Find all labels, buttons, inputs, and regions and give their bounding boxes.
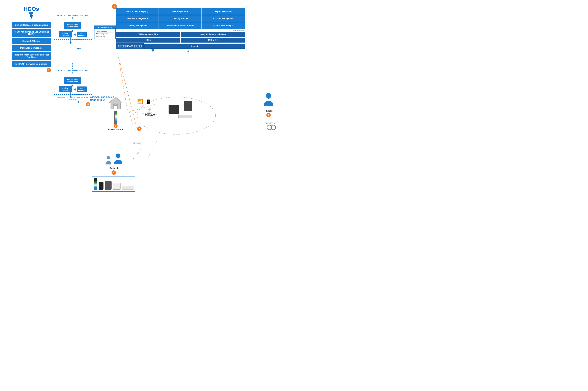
svg-point-25	[107, 156, 110, 159]
svg-marker-19	[109, 97, 122, 109]
svg-rect-21	[116, 103, 118, 106]
hdo-item-3: Hospitals/ Clinics	[12, 38, 51, 44]
patient-bottom-badge: 5	[111, 170, 116, 175]
hdo-section: HDOs ▼ Clinical Research Organizations H…	[12, 6, 51, 72]
org1-doc-row: Patient Records ◀ API Endpoint	[59, 31, 87, 37]
orgn-content: Patient Case Management Patient Records …	[56, 77, 89, 92]
api-mgmt-key: Key Management	[96, 30, 114, 33]
continua-logo	[266, 124, 276, 130]
orgn-pcm: Patient Case Management	[64, 77, 81, 84]
api-mgmt-ssl: SSL Security	[96, 35, 114, 38]
arrow-left-icon-n: ◀	[74, 88, 76, 91]
zwave-area: Z-WAVE*	[145, 114, 157, 117]
dbase-label: DBASE	[126, 45, 133, 47]
module-system-health: System Health & QOS	[202, 22, 245, 29]
device-1	[94, 178, 97, 190]
module-healthkit: HealthKit Management	[116, 15, 159, 22]
ch-mgmt-apis: CH Management APIs	[116, 32, 180, 37]
dbase-cell: ⬚⬚⬚ DBASE ⬚⬚⬚	[116, 43, 144, 49]
hdo-item-5: Independent Diagnostics and Test Facilit…	[12, 52, 51, 60]
house-icon	[108, 96, 123, 110]
bluetooth-icon: 📱	[146, 99, 151, 104]
hdo-item-1: Clinical Research Organizations	[12, 22, 51, 28]
svg-line-16	[129, 104, 157, 112]
jsr-label: JSR 286 Portlets	[116, 30, 245, 31]
patient-avatar	[263, 92, 274, 108]
arrow-left-icon: ◀	[74, 33, 76, 36]
device-2	[99, 182, 103, 190]
orgn-patient-records: Patient Records	[59, 86, 72, 92]
orgn-title: HEALTH DATA ORGANIZATION N	[56, 69, 89, 75]
patients-home: 2 Patient's Home	[108, 96, 123, 131]
device-5	[122, 186, 133, 190]
orgn-api-endpoint: API Endpoint	[77, 87, 87, 92]
api-management-box: API MANAGEMENT Key Management API Manage…	[94, 25, 116, 39]
hdo-org-1: HEALTH DATA ORGANIZATION 1 Patient Case …	[53, 12, 92, 40]
home-label: Patient's Home	[108, 128, 123, 131]
svg-point-22	[266, 93, 271, 98]
hibernate: Hibernate	[144, 44, 245, 49]
svg-rect-20	[113, 103, 115, 106]
module-report-gen: Report Generation	[202, 8, 245, 15]
org1-api-endpoint: API Endpoint	[77, 32, 87, 37]
ch-mgmt-row: CH Management APIs Liferay 6.2 Enterpris…	[116, 32, 245, 37]
ch-platform-number: 1	[112, 4, 117, 9]
org1-title: HEALTH DATA ORGANIZATION 1	[56, 14, 89, 20]
patient-avatar-small	[104, 155, 112, 166]
hdo-title: HDOs	[12, 6, 51, 12]
hdo-item-4: Insurance Companies	[12, 45, 51, 51]
liferay: Liferay 6.2 Enterprise Edition*	[181, 32, 245, 37]
glucose-device	[184, 101, 192, 111]
patient-label-right: Patient	[263, 109, 274, 112]
db-icon: ⬚⬚⬚	[118, 45, 126, 48]
scaling-label: Scaling	[133, 142, 141, 145]
orgn-doc-row: Patient Records ◀ API Endpoint	[59, 86, 87, 92]
org1-content: Patient Case Management Patient Records …	[56, 22, 89, 37]
ch-platform: 1 Medical Device Registry Rekitting Modu…	[114, 6, 247, 51]
db-row: ⬚⬚⬚ DBASE ⬚⬚⬚ Hibernate	[116, 43, 245, 49]
portal-modules-grid: Medical Device Registry Rekitting Module…	[116, 8, 245, 29]
device-3	[105, 181, 111, 190]
module-delivery: Delivery Module	[159, 15, 202, 22]
org1-patient-records: Patient Records	[59, 31, 72, 37]
db-icon-right: ⬚⬚⬚	[134, 45, 142, 48]
zwave-label: Z-WAVE*	[145, 114, 157, 117]
anonymized-label: ANONYMIZED PERSONAL HEALTH RECORDS	[53, 96, 92, 101]
usb-icon: ⚡	[147, 107, 153, 112]
api-mgmt-api: API Management	[96, 33, 114, 35]
bp-device	[168, 105, 179, 114]
hdo-item-6: EHR/EMR Software Companies	[12, 61, 51, 67]
patient-right: Patient 4	[263, 92, 274, 117]
patient-bottom-label: Patient	[92, 167, 135, 170]
module-account-mgmt: Account Management	[202, 15, 245, 22]
iis: IIS8.5	[116, 38, 180, 43]
svg-line-15	[129, 112, 133, 127]
device-4	[113, 183, 121, 190]
gateway-number-badge: 2	[114, 124, 118, 128]
module-performance: Performance, Metrics & Audit	[159, 22, 202, 29]
wireless-section: 📶 📱	[137, 99, 153, 104]
svg-point-26	[116, 154, 120, 158]
iis-row: IIS8.5 J2EE V 7.0	[116, 38, 245, 43]
svg-line-18	[147, 141, 157, 159]
hdo-number-badge: 7	[47, 68, 51, 72]
module-rekitting: Rekitting Module	[159, 8, 202, 15]
svg-line-14	[129, 112, 147, 114]
module-medical-device: Medical Device Registry	[116, 8, 159, 15]
patient-bottom-section: Patient 5	[92, 153, 135, 192]
continua-area: Continua	[266, 122, 276, 131]
module-gateway: Gateway Management	[116, 22, 159, 29]
wifi-icon: 📶	[137, 99, 143, 104]
org-number-badge: 6	[86, 102, 90, 106]
hdo-item-2: Health Maintenance Organizations (HMOs)	[12, 29, 51, 37]
continua-label: Continua	[266, 122, 276, 124]
hdo-org-n: HEALTH DATA ORGANIZATION N Patient Case …	[53, 67, 92, 106]
api-mgmt-title: API MANAGEMENT	[94, 26, 115, 29]
org1-pcm: Patient Case Management	[64, 22, 81, 29]
scale-device	[178, 115, 192, 118]
hdo-arrow-icon: ▼	[12, 13, 51, 20]
devices-number-badge: 3	[137, 126, 142, 131]
j2ee: J2EE V 7.0	[181, 38, 245, 43]
patient-number-badge: 4	[266, 113, 271, 117]
hdo-boxes: Clinical Research Organizations Health M…	[12, 22, 51, 72]
